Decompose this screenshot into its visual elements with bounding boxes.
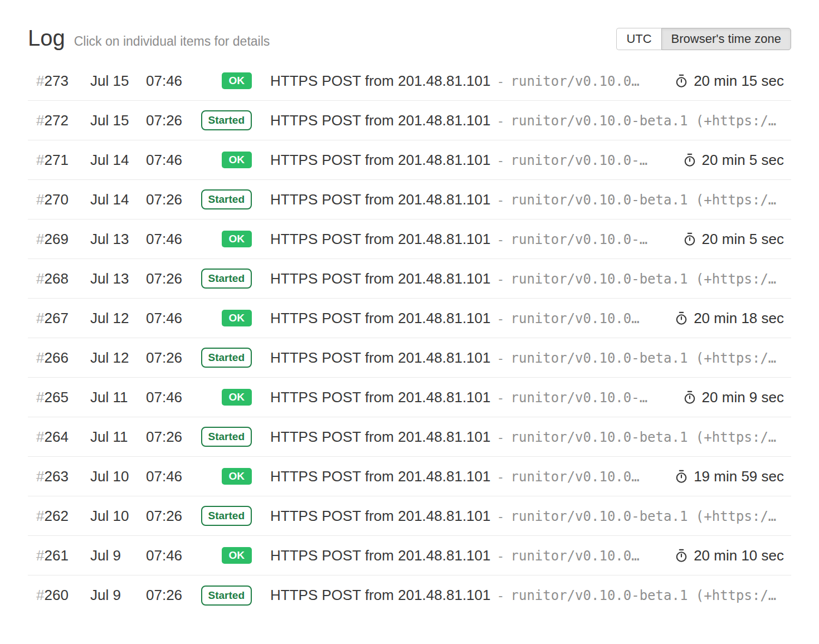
- log-row[interactable]: #260 Jul 9 07:26 Started HTTPS POST from…: [28, 575, 791, 615]
- dash-separator: -: [498, 509, 503, 524]
- log-row[interactable]: #265 Jul 11 07:46 OK HTTPS POST from 201…: [28, 378, 791, 417]
- user-agent-text: runitor/v0.10.0-beta.1 (+https:/…: [510, 271, 776, 287]
- dash-separator: -: [498, 153, 503, 168]
- status-badge: Started: [201, 586, 252, 606]
- title-group: Log Click on individual items for detail…: [28, 26, 270, 50]
- status-badge: OK: [222, 231, 252, 247]
- hash-sign: #: [36, 389, 44, 406]
- entry-description: HTTPS POST from 201.48.81.101-runitor/v0…: [270, 310, 661, 327]
- log-page: Log Click on individual items for detail…: [28, 0, 791, 615]
- duration-text: 20 min 5 sec: [702, 231, 784, 248]
- status-badge-cell: Started: [201, 110, 252, 130]
- user-agent-text: runitor/v0.10.0-beta.1 (+https:/…: [510, 430, 776, 445]
- request-text: HTTPS POST from 201.48.81.101: [270, 349, 490, 366]
- log-row[interactable]: #262 Jul 10 07:26 Started HTTPS POST fro…: [28, 496, 791, 536]
- user-agent-text: runitor/v0.10.0…: [510, 469, 639, 485]
- entry-number: #271: [36, 152, 90, 169]
- duration-text: 20 min 9 sec: [702, 389, 784, 406]
- log-row[interactable]: #273 Jul 15 07:46 OK HTTPS POST from 201…: [28, 61, 791, 101]
- request-text: HTTPS POST from 201.48.81.101: [270, 428, 490, 445]
- entry-description: HTTPS POST from 201.48.81.101-runitor/v0…: [270, 191, 784, 208]
- hash-sign: #: [36, 112, 44, 129]
- entry-time: 07:26: [146, 349, 201, 367]
- entry-date: Jul 10: [90, 508, 146, 525]
- entry-number: #261: [36, 547, 90, 564]
- dash-separator: -: [498, 232, 503, 247]
- log-row[interactable]: #261 Jul 9 07:46 OK HTTPS POST from 201.…: [28, 536, 791, 575]
- duration-text: 20 min 15 sec: [694, 72, 784, 90]
- status-badge: OK: [222, 310, 252, 326]
- entry-number: #272: [36, 112, 90, 129]
- dash-separator: -: [498, 113, 503, 128]
- log-row[interactable]: #263 Jul 10 07:46 OK HTTPS POST from 201…: [28, 457, 791, 496]
- hash-sign: #: [36, 152, 44, 168]
- entry-number-value: 271: [44, 152, 68, 168]
- log-row[interactable]: #266 Jul 12 07:26 Started HTTPS POST fro…: [28, 338, 791, 378]
- entry-date: Jul 11: [90, 389, 146, 406]
- log-row[interactable]: #271 Jul 14 07:46 OK HTTPS POST from 201…: [28, 140, 791, 180]
- status-badge-cell: Started: [201, 586, 252, 606]
- status-badge-cell: OK: [201, 152, 252, 168]
- entry-description: HTTPS POST from 201.48.81.101-runitor/v0…: [270, 587, 784, 604]
- dash-separator: -: [498, 192, 503, 207]
- entry-time: 07:46: [146, 547, 201, 564]
- stopwatch-icon: [682, 153, 697, 167]
- request-text: HTTPS POST from 201.48.81.101: [270, 508, 490, 524]
- entry-number-value: 261: [44, 547, 68, 564]
- log-row[interactable]: #269 Jul 13 07:46 OK HTTPS POST from 201…: [28, 219, 791, 259]
- request-text: HTTPS POST from 201.48.81.101: [270, 587, 490, 603]
- status-badge: Started: [201, 269, 252, 289]
- status-badge-cell: Started: [201, 427, 252, 447]
- request-text: HTTPS POST from 201.48.81.101: [270, 152, 490, 168]
- entry-date: Jul 13: [90, 231, 146, 248]
- log-row[interactable]: #267 Jul 12 07:46 OK HTTPS POST from 201…: [28, 299, 791, 338]
- entry-number-value: 269: [44, 231, 68, 247]
- entry-time: 07:26: [146, 112, 201, 129]
- status-badge-cell: OK: [201, 231, 252, 247]
- status-badge: Started: [201, 427, 252, 447]
- hash-sign: #: [36, 508, 44, 524]
- hash-sign: #: [36, 191, 44, 208]
- entry-time: 07:46: [146, 389, 201, 406]
- entry-date: Jul 11: [90, 428, 146, 446]
- entry-time: 07:26: [146, 587, 201, 604]
- entry-description: HTTPS POST from 201.48.81.101-runitor/v0…: [270, 112, 784, 129]
- entry-number: #266: [36, 349, 90, 367]
- duration-cell: 20 min 18 sec: [674, 310, 784, 327]
- hash-sign: #: [36, 349, 44, 366]
- dash-separator: -: [498, 588, 503, 603]
- status-badge: Started: [201, 348, 252, 368]
- duration-cell: 19 min 59 sec: [674, 468, 784, 485]
- entry-number: #260: [36, 587, 90, 604]
- log-row[interactable]: #268 Jul 13 07:26 Started HTTPS POST fro…: [28, 259, 791, 299]
- hash-sign: #: [36, 270, 44, 287]
- entry-time: 07:26: [146, 270, 201, 287]
- entry-number-value: 270: [44, 191, 68, 208]
- utc-button[interactable]: UTC: [616, 28, 661, 50]
- log-row[interactable]: #270 Jul 14 07:26 Started HTTPS POST fro…: [28, 180, 791, 219]
- dash-separator: -: [498, 350, 503, 365]
- browser-timezone-button[interactable]: Browser's time zone: [661, 28, 791, 50]
- status-badge: OK: [222, 152, 252, 168]
- log-row[interactable]: #264 Jul 11 07:26 Started HTTPS POST fro…: [28, 417, 791, 457]
- status-badge-cell: OK: [201, 547, 252, 564]
- stopwatch-icon: [674, 74, 689, 88]
- stopwatch-icon: [674, 311, 689, 325]
- entry-number-value: 260: [44, 587, 68, 603]
- request-text: HTTPS POST from 201.48.81.101: [270, 112, 490, 129]
- status-badge-cell: Started: [201, 269, 252, 289]
- user-agent-text: runitor/v0.10.0-beta.1 (+https:/…: [510, 350, 776, 366]
- dash-separator: -: [498, 430, 503, 445]
- entry-time: 07:26: [146, 508, 201, 525]
- log-row[interactable]: #272 Jul 15 07:26 Started HTTPS POST fro…: [28, 101, 791, 140]
- stopwatch-icon: [674, 548, 689, 563]
- entry-time: 07:46: [146, 231, 201, 248]
- status-badge: Started: [201, 110, 252, 130]
- user-agent-text: runitor/v0.10.0-…: [510, 153, 647, 168]
- status-badge-cell: OK: [201, 72, 252, 89]
- entry-description: HTTPS POST from 201.48.81.101-runitor/v0…: [270, 389, 669, 406]
- page-header: Log Click on individual items for detail…: [28, 0, 791, 50]
- entry-number: #264: [36, 428, 90, 446]
- entry-time: 07:46: [146, 72, 201, 90]
- dash-separator: -: [498, 74, 503, 89]
